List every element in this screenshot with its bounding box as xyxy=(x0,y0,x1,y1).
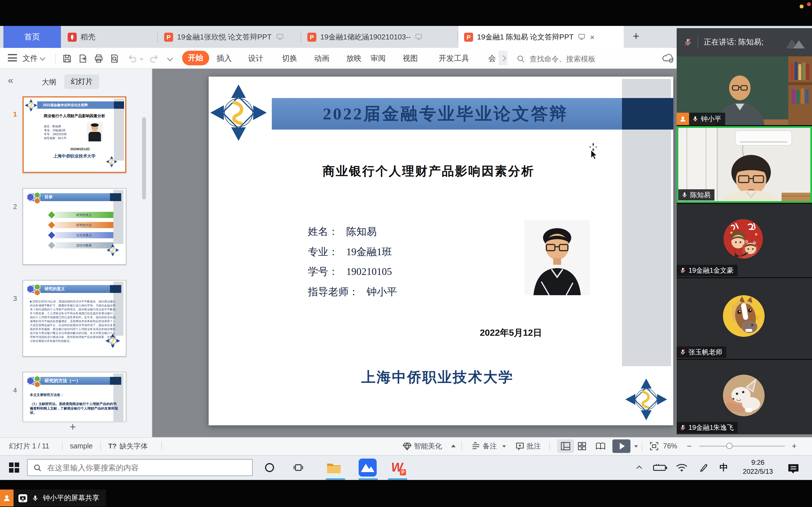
clock[interactable]: 9:26 2022/5/13 xyxy=(738,458,778,476)
taskbar-search-box[interactable] xyxy=(27,459,253,476)
zoom-out-button[interactable]: − xyxy=(687,437,692,455)
task-view-button[interactable] xyxy=(293,463,303,472)
mic-icon xyxy=(32,494,39,502)
add-slide-button[interactable]: + xyxy=(65,420,80,434)
ime-indicator[interactable]: 中 xyxy=(719,455,728,480)
participant-tile-zhongxiaoping[interactable]: 钟小平 xyxy=(677,56,812,125)
letterbox-top xyxy=(0,0,812,26)
date: 2022/5/13 xyxy=(738,467,778,476)
save-button[interactable] xyxy=(62,54,72,64)
menu-tab-member[interactable]: 会 xyxy=(488,48,496,69)
zoom-in-button[interactable]: + xyxy=(792,437,797,455)
menu-tab-devtools[interactable]: 开发工具 xyxy=(439,48,469,69)
slideshow-play-button[interactable] xyxy=(612,439,630,453)
tab-slides[interactable]: 幻灯片 xyxy=(64,74,99,89)
taskbar-search-input[interactable] xyxy=(46,463,240,472)
collapse-panel-button[interactable]: « xyxy=(8,75,13,86)
command-search-input[interactable] xyxy=(528,54,626,63)
theme-name[interactable]: sample xyxy=(70,437,93,455)
fit-slide-button[interactable] xyxy=(650,442,659,451)
file-menu[interactable]: 文件 xyxy=(22,48,45,69)
participant-tile-zhuyifei[interactable]: 19金融1朱逸飞 xyxy=(677,360,812,434)
slide-thumbnail-1[interactable]: 2022届金融专业毕业论文答辩 商业银行个人理财产品影响因素分析 姓名：陈知易 … xyxy=(22,96,126,173)
hexagon-deco-icon xyxy=(26,191,42,204)
pen-icon[interactable] xyxy=(699,463,708,472)
panel-scrollbar[interactable] xyxy=(142,117,146,200)
notification-center-button[interactable] xyxy=(787,463,800,474)
zoom-level[interactable]: 76% xyxy=(663,437,677,455)
tab-doc-2[interactable]: P 19金融1储屹涵190210103-- xyxy=(302,26,457,48)
wifi-icon[interactable] xyxy=(675,463,688,472)
menu-tab-view[interactable]: 视图 xyxy=(403,48,418,69)
participant-tile-jinwenhao[interactable]: 19金融1金文豪 xyxy=(677,204,812,277)
chevron-down-icon xyxy=(40,55,45,60)
slide-thumbnail-3[interactable]: 研究的意义 20世纪90年代以来，我国的国民经济水平不断提高，国内商业银行的业务… xyxy=(22,280,126,356)
menu-tab-insert[interactable]: 插入 xyxy=(216,48,232,69)
slide-thumbnail-4[interactable]: 研究的方法（一） 本文主要研究方法有： （1）文献研究法。系统查阅商业银行个人理… xyxy=(22,372,126,421)
export-button[interactable] xyxy=(78,54,88,64)
zoom-slider-knob[interactable] xyxy=(726,443,732,449)
slide-number: 2 xyxy=(7,203,17,211)
mouse-cursor xyxy=(587,142,600,160)
slide-canvas[interactable]: 2022届金融专业毕业论文答辩 商业银行个人理财产品影响因素分析 姓名：陈知易 … xyxy=(209,76,673,425)
tab-docer[interactable]: 稻壳 xyxy=(62,26,157,48)
menu-tab-design[interactable]: 设计 xyxy=(248,48,263,69)
print-preview-button[interactable] xyxy=(109,54,119,64)
tab-outline[interactable]: 大纲 xyxy=(42,75,56,90)
tab-doc-1[interactable]: P 19金融1张欣悦 论文答辩PPT xyxy=(158,26,301,48)
participant-tile-zhangyufan[interactable]: 张玉帆老师 xyxy=(677,278,812,359)
slide-counter: 幻灯片 1 / 11 xyxy=(9,437,49,455)
undo-button[interactable] xyxy=(128,54,138,64)
participant-tile-chenzhiyi[interactable]: 陈知易 xyxy=(677,126,812,203)
view-sorter-button[interactable] xyxy=(577,442,587,451)
zoom-slider-track[interactable] xyxy=(699,446,785,447)
letterbox-bottom xyxy=(0,480,812,507)
menu-tab-animation[interactable]: 动画 xyxy=(314,48,329,69)
start-button[interactable] xyxy=(9,462,19,473)
cortana-button[interactable] xyxy=(265,463,274,472)
wps-app-button[interactable]: W P xyxy=(388,459,406,476)
slideshow-dropdown-icon[interactable] xyxy=(635,445,638,448)
menu-tab-start[interactable]: 开始 xyxy=(182,51,209,65)
sharing-badge xyxy=(677,113,689,125)
more-menus-button[interactable] xyxy=(499,51,507,65)
cloud-sync-icon[interactable] xyxy=(662,53,674,63)
notes-button[interactable]: 备注 xyxy=(483,437,497,455)
meeting-app-button[interactable] xyxy=(359,459,377,476)
meeting-header: 正在讲话: 陈知易; xyxy=(677,28,812,56)
missing-font-button[interactable]: 缺失字体 xyxy=(119,437,148,455)
screen: 首页 稻壳 P 19金融1张欣悦 论文答辩PPT P 19金融1储屹涵19021… xyxy=(0,0,812,507)
participant-avatar xyxy=(723,219,763,259)
comments-button[interactable]: 批注 xyxy=(527,437,541,455)
meeting-panel: 正在讲话: 陈知易; xyxy=(677,28,812,434)
slide-thumbnail-2[interactable]: 目录 研究的意义 研究的方法 论文的要点 总结与致谢 xyxy=(22,188,126,265)
tab-home[interactable]: 首页 xyxy=(3,26,61,48)
view-reading-button[interactable] xyxy=(596,442,606,450)
participant-avatar xyxy=(723,375,765,416)
beautify-collapse-icon[interactable] xyxy=(451,445,456,447)
view-normal-button[interactable] xyxy=(557,439,574,453)
mic-muted-icon xyxy=(679,349,686,355)
command-search[interactable] xyxy=(516,52,629,65)
hamburger-menu-icon[interactable] xyxy=(8,54,17,62)
comments-icon xyxy=(515,442,524,451)
time: 9:26 xyxy=(738,458,778,467)
battery-icon[interactable] xyxy=(653,464,668,471)
slide-number: 3 xyxy=(7,295,17,302)
print-button[interactable] xyxy=(94,54,104,64)
thumb1-banner: 2022届金融专业毕业论文答辩 xyxy=(43,103,88,107)
file-explorer-button[interactable] xyxy=(326,461,342,475)
close-tab-icon[interactable]: × xyxy=(590,33,594,41)
thumb1-school: 上海中侨职业技术大学 xyxy=(36,153,112,159)
menu-tab-transition[interactable]: 切换 xyxy=(282,48,297,69)
menu-tab-review[interactable]: 审阅 xyxy=(370,48,386,69)
notes-dropdown-icon[interactable] xyxy=(502,445,506,448)
undo-dropdown-icon[interactable] xyxy=(140,58,144,61)
beautify-button[interactable]: 智能美化 xyxy=(414,437,442,455)
menu-tab-slideshow[interactable]: 放映 xyxy=(346,48,361,69)
slide-number: 1 xyxy=(7,110,17,118)
new-tab-button[interactable]: + xyxy=(628,26,644,48)
slide-title: 商业银行个人理财产品影响因素分析 xyxy=(220,163,637,179)
redo-button[interactable] xyxy=(149,54,159,64)
tab-doc-3-active[interactable]: P 19金融1 陈知易 论文答辩PPT × xyxy=(458,26,624,48)
